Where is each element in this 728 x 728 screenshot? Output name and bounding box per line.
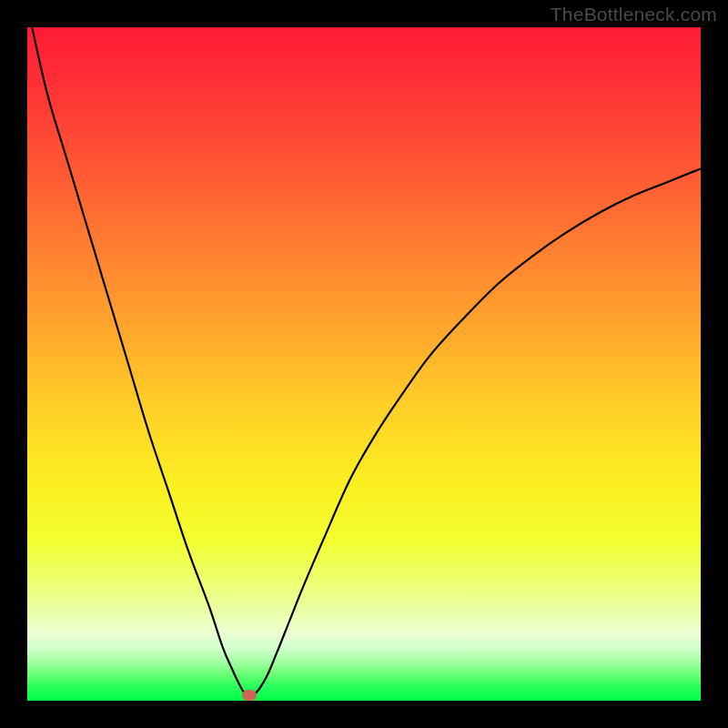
curve-path [32, 27, 701, 695]
credit-text: TheBottleneck.com [551, 4, 717, 25]
minimum-marker [242, 690, 257, 701]
chart-frame [27, 27, 701, 701]
chart-curve [27, 27, 701, 701]
